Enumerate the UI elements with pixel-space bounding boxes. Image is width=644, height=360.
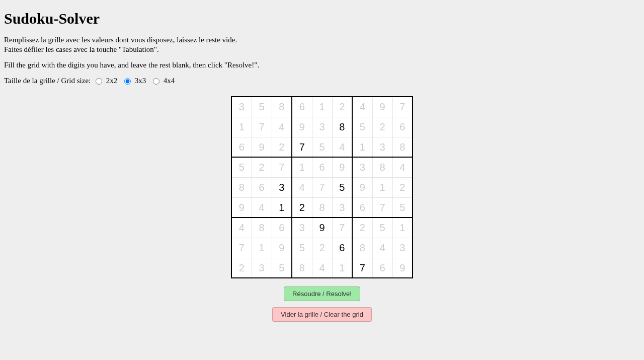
instructions-en: Fill the grid with the digits you have, … bbox=[4, 60, 640, 70]
sudoku-cell[interactable] bbox=[292, 97, 312, 117]
sudoku-cell[interactable] bbox=[393, 117, 413, 137]
sudoku-cell[interactable] bbox=[373, 198, 392, 218]
sudoku-cell[interactable] bbox=[272, 158, 292, 177]
instructions-fr: Remplissez la grille avec les valeurs do… bbox=[4, 35, 640, 54]
sudoku-cell[interactable] bbox=[312, 117, 332, 137]
sudoku-cell[interactable] bbox=[272, 137, 292, 157]
sudoku-cell[interactable] bbox=[252, 97, 272, 117]
sudoku-cell[interactable] bbox=[232, 117, 252, 137]
sudoku-cell[interactable] bbox=[272, 117, 292, 137]
sudoku-cell[interactable] bbox=[272, 238, 292, 258]
sudoku-cell[interactable] bbox=[353, 258, 372, 278]
sudoku-cell[interactable] bbox=[393, 158, 413, 177]
sudoku-cell[interactable] bbox=[312, 97, 332, 117]
sudoku-cell[interactable] bbox=[272, 218, 292, 238]
sudoku-cell[interactable] bbox=[333, 198, 352, 218]
grid-size-3x3-radio[interactable] bbox=[124, 78, 131, 85]
sudoku-cell[interactable] bbox=[232, 198, 252, 218]
sudoku-cell[interactable] bbox=[353, 218, 372, 238]
sudoku-cell[interactable] bbox=[333, 158, 352, 177]
resolve-button[interactable]: Résoudre / Resolve! bbox=[284, 286, 360, 301]
sudoku-cell[interactable] bbox=[353, 117, 372, 137]
sudoku-cell[interactable] bbox=[353, 158, 372, 177]
sudoku-cell[interactable] bbox=[353, 137, 372, 157]
sudoku-cell[interactable] bbox=[252, 178, 272, 197]
sudoku-cell[interactable] bbox=[272, 198, 292, 218]
sudoku-cell[interactable] bbox=[232, 137, 252, 157]
clear-button[interactable]: Vider la grille / Clear the grid bbox=[272, 307, 372, 322]
sudoku-cell[interactable] bbox=[292, 158, 312, 177]
sudoku-cell[interactable] bbox=[232, 97, 252, 117]
sudoku-cell[interactable] bbox=[312, 137, 332, 157]
sudoku-cell[interactable] bbox=[333, 258, 352, 278]
sudoku-cell[interactable] bbox=[312, 158, 332, 177]
sudoku-cell[interactable] bbox=[393, 137, 413, 157]
sudoku-cell[interactable] bbox=[393, 198, 413, 218]
sudoku-cell[interactable] bbox=[333, 178, 352, 197]
sudoku-cell[interactable] bbox=[252, 137, 272, 157]
page-title: Sudoku-Solver bbox=[4, 10, 640, 27]
sudoku-cell[interactable] bbox=[272, 97, 292, 117]
sudoku-cell[interactable] bbox=[312, 218, 332, 238]
sudoku-cell[interactable] bbox=[393, 258, 413, 278]
grid-size-4x4-radio[interactable] bbox=[153, 78, 159, 85]
sudoku-cell[interactable] bbox=[252, 117, 272, 137]
sudoku-cell[interactable] bbox=[292, 218, 312, 238]
sudoku-cell[interactable] bbox=[373, 158, 392, 177]
sudoku-cell[interactable] bbox=[252, 198, 272, 218]
sudoku-cell[interactable] bbox=[292, 137, 312, 157]
grid-size-4x4-label[interactable]: 4x4 bbox=[164, 77, 175, 85]
sudoku-cell[interactable] bbox=[353, 238, 372, 258]
sudoku-cell[interactable] bbox=[333, 97, 352, 117]
sudoku-cell[interactable] bbox=[312, 258, 332, 278]
instructions-fr-line2: Faites défiler les cases avec la touche … bbox=[4, 45, 159, 53]
sudoku-cell[interactable] bbox=[393, 218, 413, 238]
sudoku-cell[interactable] bbox=[393, 238, 413, 258]
sudoku-cell[interactable] bbox=[373, 137, 392, 157]
instructions-fr-line1: Remplissez la grille avec les valeurs do… bbox=[4, 36, 237, 44]
sudoku-cell[interactable] bbox=[312, 198, 332, 218]
sudoku-cell[interactable] bbox=[292, 198, 312, 218]
sudoku-cell[interactable] bbox=[373, 238, 392, 258]
sudoku-cell[interactable] bbox=[252, 158, 272, 177]
sudoku-grid bbox=[231, 96, 413, 278]
grid-size-2x2-label[interactable]: 2x2 bbox=[106, 77, 118, 85]
sudoku-cell[interactable] bbox=[272, 178, 292, 197]
grid-size-row: Taille de la grille / Grid size: 2x2 3x3… bbox=[4, 77, 640, 85]
sudoku-cell[interactable] bbox=[373, 178, 392, 197]
grid-size-2x2-radio[interactable] bbox=[96, 78, 102, 85]
sudoku-cell[interactable] bbox=[393, 97, 413, 117]
sudoku-cell[interactable] bbox=[333, 117, 352, 137]
sudoku-cell[interactable] bbox=[232, 238, 252, 258]
sudoku-cell[interactable] bbox=[333, 137, 352, 157]
sudoku-cell[interactable] bbox=[232, 218, 252, 238]
sudoku-cell[interactable] bbox=[292, 258, 312, 278]
grid-size-label: Taille de la grille / Grid size: bbox=[4, 77, 91, 85]
sudoku-cell[interactable] bbox=[393, 178, 413, 197]
sudoku-cell[interactable] bbox=[312, 238, 332, 258]
sudoku-cell[interactable] bbox=[373, 258, 392, 278]
sudoku-cell[interactable] bbox=[252, 238, 272, 258]
sudoku-cell[interactable] bbox=[333, 238, 352, 258]
sudoku-cell[interactable] bbox=[292, 117, 312, 137]
sudoku-cell[interactable] bbox=[252, 218, 272, 238]
sudoku-cell[interactable] bbox=[373, 117, 392, 137]
sudoku-cell[interactable] bbox=[232, 178, 252, 197]
grid-size-3x3-label[interactable]: 3x3 bbox=[135, 77, 146, 85]
sudoku-cell[interactable] bbox=[373, 218, 392, 238]
sudoku-cell[interactable] bbox=[353, 97, 372, 117]
sudoku-cell[interactable] bbox=[353, 178, 372, 197]
sudoku-cell[interactable] bbox=[232, 258, 252, 278]
sudoku-cell[interactable] bbox=[373, 97, 392, 117]
sudoku-cell[interactable] bbox=[353, 198, 372, 218]
sudoku-cell[interactable] bbox=[292, 238, 312, 258]
sudoku-cell[interactable] bbox=[333, 218, 352, 238]
sudoku-cell[interactable] bbox=[272, 258, 292, 278]
sudoku-cell[interactable] bbox=[252, 258, 272, 278]
sudoku-cell[interactable] bbox=[232, 158, 252, 177]
sudoku-cell[interactable] bbox=[292, 178, 312, 197]
sudoku-cell[interactable] bbox=[312, 178, 332, 197]
